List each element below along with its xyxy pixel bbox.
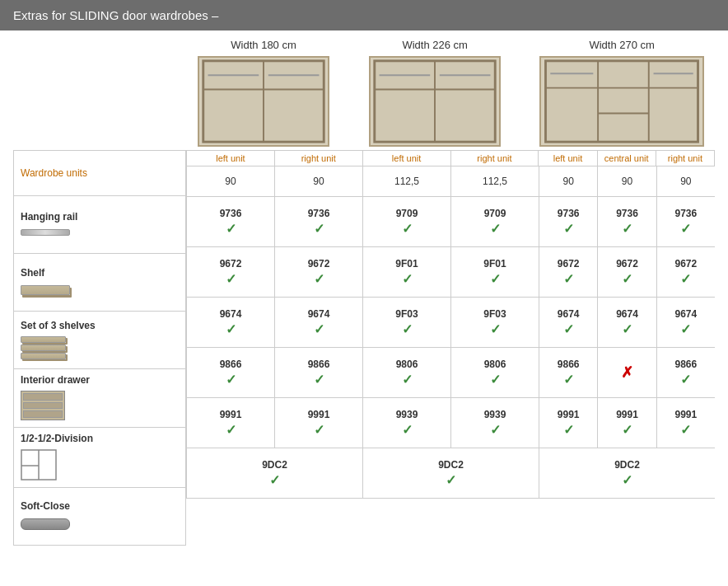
wardrobe-group-180: Width 180 cm [186, 39, 341, 147]
row-interior-drawer: 9866 ✓ 9866 ✓ 9806 ✓ [186, 348, 715, 398]
drawer-180: 9866 ✓ 9866 ✓ [186, 348, 363, 397]
wardrobe-image-270 [539, 56, 704, 147]
division-270-left: 9991 ✓ [539, 398, 598, 448]
units-270: left unit central unit right unit [539, 150, 715, 166]
drawer-180-right: 9866 ✓ [275, 348, 362, 397]
drawer-270-right: 9866 ✓ [657, 348, 715, 397]
hanging-rail-270-central: 9736 ✓ [598, 197, 656, 246]
shelves-180-left: 9674 ✓ [187, 298, 275, 347]
drawer-270: 9866 ✓ ✗ 9866 ✓ [539, 348, 715, 397]
division-226: 9939 ✓ 9939 ✓ [363, 398, 539, 448]
shelf-icon-2 [21, 345, 66, 351]
unit-270-central: central unit [598, 151, 656, 166]
data-rows: 90 90 112,5 112,5 90 90 90 [186, 166, 715, 499]
hanging-rail-226-left: 9709 ✓ [363, 197, 451, 246]
hanging-rail-180: 9736 ✓ 9736 ✓ [186, 197, 363, 246]
division-226-right: 9939 ✓ [451, 398, 539, 448]
shelf-270-left: 9672 ✓ [539, 247, 598, 297]
left-column: Wardrobe units Hanging rail Shelf Set of… [13, 150, 186, 546]
page-wrapper: Extras for SLIDING door wardrobes – Widt… [0, 0, 728, 586]
main-grid: Wardrobe units Hanging rail Shelf Set of… [13, 150, 715, 546]
drawer-226: 9806 ✓ 9806 ✓ [363, 348, 539, 397]
shelf-226-left: 9F01 ✓ [363, 247, 451, 297]
item-hanging-rail: Hanging rail [13, 196, 186, 254]
shelf-180: 9672 ✓ 9672 ✓ [186, 247, 363, 297]
unit-270-right: right unit [656, 151, 714, 166]
division-180-left: 9991 ✓ [187, 398, 275, 448]
size-270-central: 90 [598, 166, 656, 196]
unit-226-left: left unit [363, 151, 451, 166]
division-180: 9991 ✓ 9991 ✓ [186, 398, 363, 448]
shelf-180-right: 9672 ✓ [275, 247, 362, 297]
item-soft-close: Soft-Close [13, 488, 186, 546]
drawer-icon [21, 391, 65, 420]
shelf-226-right: 9F01 ✓ [451, 247, 539, 297]
division-226-left: 9939 ✓ [363, 398, 451, 448]
hanging-rail-180-left: 9736 ✓ [187, 197, 275, 246]
softclose-180: 9DC2 ✓ [186, 448, 363, 498]
sizes-180: 90 90 [186, 166, 363, 196]
division-270-central: 9991 ✓ [598, 398, 656, 448]
shelves-180-right: 9674 ✓ [275, 298, 362, 347]
units-226: left unit right unit [363, 150, 539, 166]
shelf-270-central: 9672 ✓ [598, 247, 656, 297]
shelves-226-right: 9F03 ✓ [451, 298, 539, 347]
shelves-icon [21, 336, 179, 359]
shelf-226: 9F01 ✓ 9F01 ✓ [363, 247, 539, 297]
drawer-270-central: ✗ [598, 348, 656, 397]
sizes-270: 90 90 90 [539, 166, 715, 196]
softclose-270-merged: 9DC2 ✓ [539, 448, 715, 498]
row-hanging-rail: 9736 ✓ 9736 ✓ 9709 ✓ [186, 197, 715, 247]
softclose-270: 9DC2 ✓ [539, 448, 715, 498]
width-label-180: Width 180 cm [231, 39, 296, 51]
page-title: Extras for SLIDING door wardrobes – [13, 8, 218, 22]
division-180-right: 9991 ✓ [275, 398, 362, 448]
shelves-270-right: 9674 ✓ [657, 298, 715, 347]
shelf-icon [21, 285, 70, 295]
shelf-180-left: 9672 ✓ [187, 247, 275, 297]
item-set-of-3-shelves: Set of 3 shelves [13, 312, 186, 369]
size-226-left: 112,5 [363, 166, 451, 196]
wardrobe-image-226 [369, 56, 501, 147]
shelf-icon-1 [21, 336, 66, 343]
hanging-rail-270: 9736 ✓ 9736 ✓ 9736 ✓ [539, 197, 715, 246]
shelves-180: 9674 ✓ 9674 ✓ [186, 298, 363, 347]
wardrobe-group-270: Width 270 cm [529, 39, 715, 147]
size-180-left: 90 [187, 166, 275, 196]
size-226-right: 112,5 [451, 166, 539, 196]
shelves-270-central: 9674 ✓ [598, 298, 656, 347]
unit-226-right: right unit [451, 151, 539, 166]
sizes-226: 112,5 112,5 [363, 166, 539, 196]
drawer-226-right: 9806 ✓ [451, 348, 539, 397]
hanging-rail-270-left: 9736 ✓ [539, 197, 598, 246]
row-shelf: 9672 ✓ 9672 ✓ 9F01 ✓ [186, 247, 715, 298]
shelf-icon-3 [21, 353, 66, 359]
division-270-right: 9991 ✓ [657, 398, 715, 448]
drawer-270-left: 9866 ✓ [539, 348, 598, 397]
row-division: 9991 ✓ 9991 ✓ 9939 ✓ [186, 398, 715, 448]
images-row: Width 180 cm Width 22 [186, 39, 715, 147]
hanging-rail-270-right: 9736 ✓ [657, 197, 715, 246]
units-header-row: left unit right unit left unit right uni… [186, 150, 715, 166]
softclose-226-merged: 9DC2 ✓ [363, 448, 539, 498]
row-soft-close: 9DC2 ✓ 9DC2 ✓ [186, 448, 715, 499]
softclose-226: 9DC2 ✓ [363, 448, 539, 498]
division-270: 9991 ✓ 9991 ✓ 9991 ✓ [539, 398, 715, 448]
hanging-rail-226-right: 9709 ✓ [451, 197, 539, 246]
drawer-226-left: 9806 ✓ [363, 348, 451, 397]
division-icon [21, 449, 179, 481]
width-label-226: Width 226 cm [402, 39, 467, 51]
drawer-180-left: 9866 ✓ [187, 348, 275, 397]
content-area: Width 180 cm Width 22 [0, 30, 728, 559]
softclose-icon [21, 518, 70, 530]
hanging-rail-180-right: 9736 ✓ [275, 197, 362, 246]
shelves-226: 9F03 ✓ 9F03 ✓ [363, 298, 539, 347]
rail-icon [21, 229, 70, 236]
hanging-rail-226: 9709 ✓ 9709 ✓ [363, 197, 539, 246]
shelf-270: 9672 ✓ 9672 ✓ 9672 ✓ [539, 247, 715, 297]
item-interior-drawer: Interior drawer [13, 369, 186, 428]
shelves-226-left: 9F03 ✓ [363, 298, 451, 347]
wardrobe-image-180 [198, 56, 329, 147]
shelf-270-right: 9672 ✓ [657, 247, 715, 297]
unit-180-right: right unit [275, 151, 362, 166]
